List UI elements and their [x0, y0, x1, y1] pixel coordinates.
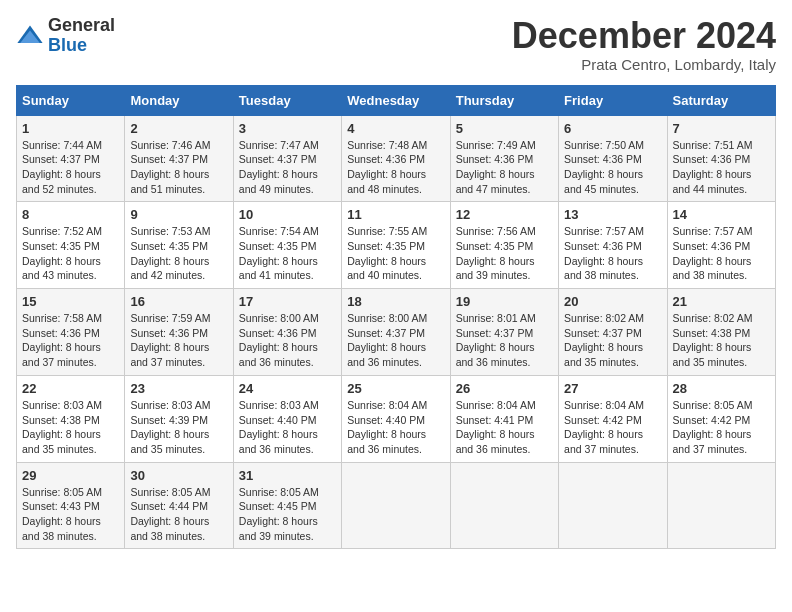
day-cell-17: 17 Sunrise: 8:00 AM Sunset: 4:36 PM Dayl…	[233, 289, 341, 376]
day-info: Sunrise: 7:57 AM Sunset: 4:36 PM Dayligh…	[673, 224, 770, 283]
day-info: Sunrise: 7:47 AM Sunset: 4:37 PM Dayligh…	[239, 138, 336, 197]
day-number: 16	[130, 294, 227, 309]
day-info: Sunrise: 7:50 AM Sunset: 4:36 PM Dayligh…	[564, 138, 661, 197]
day-number: 24	[239, 381, 336, 396]
day-number: 14	[673, 207, 770, 222]
day-number: 12	[456, 207, 553, 222]
logo-text: General Blue	[48, 16, 115, 56]
day-cell-5: 5 Sunrise: 7:49 AM Sunset: 4:36 PM Dayli…	[450, 115, 558, 202]
day-info: Sunrise: 7:48 AM Sunset: 4:36 PM Dayligh…	[347, 138, 444, 197]
day-number: 6	[564, 121, 661, 136]
col-wednesday: Wednesday	[342, 85, 450, 115]
day-cell-8: 8 Sunrise: 7:52 AM Sunset: 4:35 PM Dayli…	[17, 202, 125, 289]
day-info: Sunrise: 7:57 AM Sunset: 4:36 PM Dayligh…	[564, 224, 661, 283]
day-number: 19	[456, 294, 553, 309]
day-cell-10: 10 Sunrise: 7:54 AM Sunset: 4:35 PM Dayl…	[233, 202, 341, 289]
day-number: 11	[347, 207, 444, 222]
day-number: 7	[673, 121, 770, 136]
day-number: 8	[22, 207, 119, 222]
day-info: Sunrise: 8:04 AM Sunset: 4:40 PM Dayligh…	[347, 398, 444, 457]
day-cell-11: 11 Sunrise: 7:55 AM Sunset: 4:35 PM Dayl…	[342, 202, 450, 289]
day-info: Sunrise: 7:53 AM Sunset: 4:35 PM Dayligh…	[130, 224, 227, 283]
day-cell-1: 1 Sunrise: 7:44 AM Sunset: 4:37 PM Dayli…	[17, 115, 125, 202]
day-number: 5	[456, 121, 553, 136]
day-cell-12: 12 Sunrise: 7:56 AM Sunset: 4:35 PM Dayl…	[450, 202, 558, 289]
day-info: Sunrise: 8:05 AM Sunset: 4:43 PM Dayligh…	[22, 485, 119, 544]
day-info: Sunrise: 8:00 AM Sunset: 4:37 PM Dayligh…	[347, 311, 444, 370]
day-cell-25: 25 Sunrise: 8:04 AM Sunset: 4:40 PM Dayl…	[342, 375, 450, 462]
day-info: Sunrise: 8:03 AM Sunset: 4:39 PM Dayligh…	[130, 398, 227, 457]
day-cell-29: 29 Sunrise: 8:05 AM Sunset: 4:43 PM Dayl…	[17, 462, 125, 549]
day-info: Sunrise: 7:46 AM Sunset: 4:37 PM Dayligh…	[130, 138, 227, 197]
day-number: 25	[347, 381, 444, 396]
day-cell-21: 21 Sunrise: 8:02 AM Sunset: 4:38 PM Dayl…	[667, 289, 775, 376]
col-sunday: Sunday	[17, 85, 125, 115]
empty-cell	[559, 462, 667, 549]
day-number: 17	[239, 294, 336, 309]
day-cell-23: 23 Sunrise: 8:03 AM Sunset: 4:39 PM Dayl…	[125, 375, 233, 462]
day-cell-31: 31 Sunrise: 8:05 AM Sunset: 4:45 PM Dayl…	[233, 462, 341, 549]
empty-cell	[450, 462, 558, 549]
day-cell-7: 7 Sunrise: 7:51 AM Sunset: 4:36 PM Dayli…	[667, 115, 775, 202]
day-number: 10	[239, 207, 336, 222]
day-number: 23	[130, 381, 227, 396]
day-number: 3	[239, 121, 336, 136]
day-cell-19: 19 Sunrise: 8:01 AM Sunset: 4:37 PM Dayl…	[450, 289, 558, 376]
col-saturday: Saturday	[667, 85, 775, 115]
day-cell-20: 20 Sunrise: 8:02 AM Sunset: 4:37 PM Dayl…	[559, 289, 667, 376]
day-info: Sunrise: 7:51 AM Sunset: 4:36 PM Dayligh…	[673, 138, 770, 197]
day-info: Sunrise: 7:55 AM Sunset: 4:35 PM Dayligh…	[347, 224, 444, 283]
day-info: Sunrise: 8:04 AM Sunset: 4:42 PM Dayligh…	[564, 398, 661, 457]
day-number: 2	[130, 121, 227, 136]
day-cell-22: 22 Sunrise: 8:03 AM Sunset: 4:38 PM Dayl…	[17, 375, 125, 462]
day-info: Sunrise: 8:05 AM Sunset: 4:45 PM Dayligh…	[239, 485, 336, 544]
day-info: Sunrise: 7:54 AM Sunset: 4:35 PM Dayligh…	[239, 224, 336, 283]
calendar-week-2: 8 Sunrise: 7:52 AM Sunset: 4:35 PM Dayli…	[17, 202, 776, 289]
day-number: 26	[456, 381, 553, 396]
day-number: 29	[22, 468, 119, 483]
day-number: 30	[130, 468, 227, 483]
header-row: Sunday Monday Tuesday Wednesday Thursday…	[17, 85, 776, 115]
day-number: 31	[239, 468, 336, 483]
day-number: 18	[347, 294, 444, 309]
day-cell-30: 30 Sunrise: 8:05 AM Sunset: 4:44 PM Dayl…	[125, 462, 233, 549]
day-info: Sunrise: 7:56 AM Sunset: 4:35 PM Dayligh…	[456, 224, 553, 283]
day-info: Sunrise: 7:44 AM Sunset: 4:37 PM Dayligh…	[22, 138, 119, 197]
day-info: Sunrise: 7:49 AM Sunset: 4:36 PM Dayligh…	[456, 138, 553, 197]
page-header: General Blue December 2024 Prata Centro,…	[16, 16, 776, 73]
day-number: 9	[130, 207, 227, 222]
day-cell-6: 6 Sunrise: 7:50 AM Sunset: 4:36 PM Dayli…	[559, 115, 667, 202]
day-cell-3: 3 Sunrise: 7:47 AM Sunset: 4:37 PM Dayli…	[233, 115, 341, 202]
logo: General Blue	[16, 16, 115, 56]
day-info: Sunrise: 7:52 AM Sunset: 4:35 PM Dayligh…	[22, 224, 119, 283]
col-monday: Monday	[125, 85, 233, 115]
empty-cell	[342, 462, 450, 549]
month-title: December 2024	[512, 16, 776, 56]
empty-cell	[667, 462, 775, 549]
day-number: 15	[22, 294, 119, 309]
day-number: 27	[564, 381, 661, 396]
calendar-week-4: 22 Sunrise: 8:03 AM Sunset: 4:38 PM Dayl…	[17, 375, 776, 462]
day-cell-9: 9 Sunrise: 7:53 AM Sunset: 4:35 PM Dayli…	[125, 202, 233, 289]
day-cell-18: 18 Sunrise: 8:00 AM Sunset: 4:37 PM Dayl…	[342, 289, 450, 376]
day-number: 4	[347, 121, 444, 136]
day-info: Sunrise: 8:04 AM Sunset: 4:41 PM Dayligh…	[456, 398, 553, 457]
day-number: 13	[564, 207, 661, 222]
day-number: 20	[564, 294, 661, 309]
day-info: Sunrise: 7:58 AM Sunset: 4:36 PM Dayligh…	[22, 311, 119, 370]
day-info: Sunrise: 8:03 AM Sunset: 4:40 PM Dayligh…	[239, 398, 336, 457]
calendar-week-1: 1 Sunrise: 7:44 AM Sunset: 4:37 PM Dayli…	[17, 115, 776, 202]
day-info: Sunrise: 8:02 AM Sunset: 4:37 PM Dayligh…	[564, 311, 661, 370]
day-cell-15: 15 Sunrise: 7:58 AM Sunset: 4:36 PM Dayl…	[17, 289, 125, 376]
col-thursday: Thursday	[450, 85, 558, 115]
calendar-week-5: 29 Sunrise: 8:05 AM Sunset: 4:43 PM Dayl…	[17, 462, 776, 549]
col-tuesday: Tuesday	[233, 85, 341, 115]
day-cell-26: 26 Sunrise: 8:04 AM Sunset: 4:41 PM Dayl…	[450, 375, 558, 462]
day-cell-2: 2 Sunrise: 7:46 AM Sunset: 4:37 PM Dayli…	[125, 115, 233, 202]
day-info: Sunrise: 8:03 AM Sunset: 4:38 PM Dayligh…	[22, 398, 119, 457]
day-info: Sunrise: 8:01 AM Sunset: 4:37 PM Dayligh…	[456, 311, 553, 370]
day-info: Sunrise: 7:59 AM Sunset: 4:36 PM Dayligh…	[130, 311, 227, 370]
day-number: 1	[22, 121, 119, 136]
day-cell-24: 24 Sunrise: 8:03 AM Sunset: 4:40 PM Dayl…	[233, 375, 341, 462]
day-number: 21	[673, 294, 770, 309]
